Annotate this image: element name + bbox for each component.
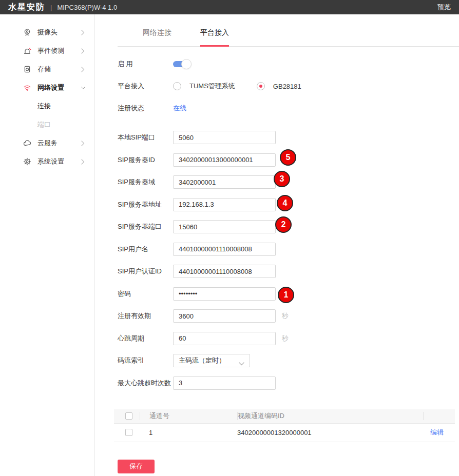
logo-divider: |	[50, 4, 52, 11]
form-row: 密码1	[118, 287, 459, 301]
action-cell: 编辑	[423, 428, 455, 437]
radio-option[interactable]: TUMS管理系统	[173, 82, 235, 91]
annotation-badge: 2	[275, 216, 292, 233]
platform-row: 平台接入 TUMS管理系统GB28181	[118, 80, 459, 93]
field-input[interactable]	[173, 265, 276, 278]
field-label: 注册有效期	[118, 311, 173, 321]
select-value: 主码流（定时）	[179, 356, 225, 365]
field-label: 心跳周期	[118, 334, 173, 343]
chevron-down-icon	[81, 85, 85, 91]
chevron-right-icon	[81, 48, 85, 54]
status-row: 注册状态 在线	[118, 102, 459, 115]
form-fields: 本地SIP端口SIP服务器ID5SIP服务器域3SIP服务器地址4SIP服务器端…	[118, 131, 459, 390]
field-label: SIP服务器地址	[118, 200, 173, 209]
field-input[interactable]	[173, 175, 276, 189]
sidebar-item[interactable]: 云服务	[0, 134, 94, 152]
enable-label: 启 用	[118, 60, 173, 69]
form-row: SIP服务器ID5	[118, 153, 459, 167]
toggle-knob	[181, 59, 192, 69]
sidebar-subitem[interactable]: 端口	[0, 115, 94, 134]
column-header-encode-id: 视频通道编码ID	[237, 412, 423, 420]
chevron-right-icon	[81, 140, 85, 146]
sidebar-item[interactable]: 摄像头	[0, 23, 94, 42]
table-header-row: 通道号视频通道编码ID	[114, 409, 455, 424]
stream-index-select[interactable]: 主码流（定时）	[173, 354, 250, 367]
field-label: 本地SIP端口	[118, 133, 173, 142]
chevron-right-icon	[81, 29, 85, 35]
sidebar-item[interactable]: 系统设置	[0, 152, 94, 171]
sidebar-menu: 摄像头事件侦测存储网络设置连接端口云服务系统设置	[0, 23, 94, 171]
platform-label: 平台接入	[118, 82, 173, 91]
sidebar-item-label: 摄像头	[37, 28, 81, 37]
chevron-down-icon	[239, 360, 244, 367]
channel-cell: 1	[140, 429, 237, 437]
radio-icon	[173, 82, 181, 90]
field-input[interactable]	[173, 153, 276, 167]
enable-toggle[interactable]	[173, 59, 193, 69]
save-button[interactable]: 保存	[118, 460, 155, 473]
status-value: 在线	[173, 104, 186, 113]
alarm-icon	[23, 47, 31, 55]
form-row: SIP服务器地址4	[118, 198, 459, 211]
gear-icon	[23, 157, 31, 166]
field-label: SIP服务器端口	[118, 222, 173, 231]
column-header-channel: 通道号	[140, 412, 237, 420]
form-row: SIP服务器端口2	[118, 220, 459, 233]
sidebar: 摄像头事件侦测存储网络设置连接端口云服务系统设置	[0, 14, 95, 476]
select-all-cell	[114, 412, 140, 420]
unit-suffix: 秒	[282, 311, 289, 321]
brand-logo: 水星安防	[8, 2, 45, 13]
field-input[interactable]	[173, 243, 276, 256]
field-input[interactable]	[173, 131, 276, 144]
sidebar-item-label: 系统设置	[37, 157, 81, 166]
storage-icon	[23, 65, 31, 73]
chevron-right-icon	[81, 158, 85, 165]
channel-table: 通道号视频通道编码ID 134020000001320000001编辑	[114, 409, 455, 442]
sidebar-item[interactable]: 网络设置	[0, 78, 94, 97]
radio-option[interactable]: GB28181	[257, 82, 301, 90]
sidebar-item-label: 网络设置	[37, 83, 81, 92]
main-panel: 网络连接平台接入 启 用 平台接入 TUMS管理系统GB28181 注册状态 在…	[95, 14, 459, 476]
sidebar-subitem[interactable]: 连接	[0, 97, 94, 115]
edit-link[interactable]: 编辑	[430, 428, 444, 436]
camera-icon	[23, 28, 31, 36]
sidebar-item-label: 事件侦测	[37, 46, 81, 55]
enable-row: 启 用	[118, 57, 459, 71]
row-check-cell	[114, 429, 140, 436]
form-row: SIP用户认证ID	[118, 265, 459, 278]
field-input[interactable]	[173, 287, 276, 301]
chevron-right-icon	[81, 66, 85, 72]
sidebar-item[interactable]: 存储	[0, 60, 94, 78]
field-input[interactable]	[173, 198, 276, 211]
field-input[interactable]	[173, 309, 276, 323]
sidebar-item-label: 存储	[37, 65, 81, 74]
form-row: 最大心跳超时次数	[118, 376, 459, 390]
field-input[interactable]	[173, 376, 276, 390]
field-label: 最大心跳超时次数	[118, 379, 173, 388]
platform-radio-group: TUMS管理系统GB28181	[173, 82, 323, 91]
field-input[interactable]	[173, 220, 276, 233]
table-row: 134020000001320000001编辑	[114, 424, 455, 442]
sidebar-item[interactable]: 事件侦测	[0, 42, 94, 60]
status-label: 注册状态	[118, 104, 173, 113]
form-row: 注册有效期秒	[118, 309, 459, 323]
encode-id-cell: 34020000001320000001	[237, 429, 423, 437]
annotation-badge: 4	[277, 195, 293, 211]
field-label: SIP用户认证ID	[118, 267, 173, 276]
sidebar-item-label: 云服务	[37, 138, 81, 148]
row-checkbox[interactable]	[125, 429, 132, 436]
form-row: 本地SIP端口	[118, 131, 459, 144]
select-all-checkbox[interactable]	[125, 412, 132, 420]
annotation-badge: 3	[274, 171, 290, 187]
form-row: 心跳周期秒	[118, 332, 459, 345]
field-label: SIP服务器ID	[118, 155, 173, 165]
tab[interactable]: 网络连接	[143, 28, 171, 46]
annotation-badge: 5	[280, 149, 296, 166]
top-bar: 水星安防 | MIPC368(P)W-4 1.0 预览	[0, 0, 459, 14]
tab[interactable]: 平台接入	[200, 28, 229, 46]
field-input[interactable]	[173, 332, 276, 345]
annotation-badge: 1	[278, 287, 294, 303]
preview-link[interactable]: 预览	[437, 3, 451, 12]
field-label: 密码	[118, 289, 173, 299]
form-content: 启 用 平台接入 TUMS管理系统GB28181 注册状态 在线 本地SIP端口…	[95, 47, 459, 473]
